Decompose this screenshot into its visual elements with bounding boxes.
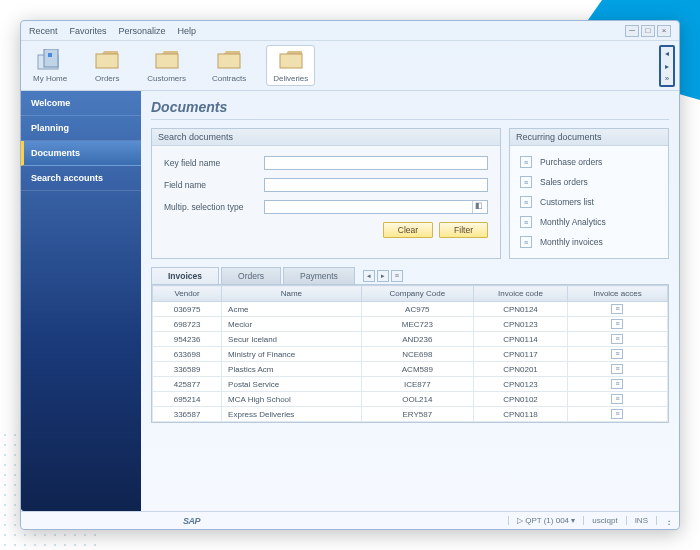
recurring-item[interactable]: ≡Sales orders — [518, 172, 660, 192]
cell-name: MCA High School — [222, 392, 362, 407]
maximize-button[interactable]: □ — [641, 25, 655, 37]
status-session: ▷ QPT (1) 004 ▾ — [508, 516, 575, 525]
table-row[interactable]: 698723MeciorMEC723CPN0123≡ — [153, 317, 668, 332]
recurring-item[interactable]: ≡Customers list — [518, 192, 660, 212]
column-header[interactable]: Company Code — [361, 286, 473, 302]
sidebar-item-search-accounts[interactable]: Search accounts — [21, 166, 141, 191]
toolbar-my-home[interactable]: My Home — [27, 46, 73, 85]
recurring-label: Monthly Analytics — [540, 217, 606, 227]
toolbar-deliveries[interactable]: Deliveries — [266, 45, 315, 86]
status-resize-icon[interactable]: ⢠ — [656, 516, 671, 525]
svg-rect-2 — [48, 53, 52, 57]
cell-name: Postal Service — [222, 377, 362, 392]
list-icon: ≡ — [520, 196, 532, 208]
cell-vendor: 425877 — [153, 377, 222, 392]
minimize-button[interactable]: ─ — [625, 25, 639, 37]
cell-company-code: AND236 — [361, 332, 473, 347]
detail-icon[interactable]: ≡ — [611, 409, 623, 419]
cell-vendor: 698723 — [153, 317, 222, 332]
search-panel-header: Search documents — [152, 129, 500, 146]
cell-invoice-code: CPN0118 — [474, 407, 568, 422]
scroll-left-icon[interactable]: ◂ — [661, 47, 673, 60]
detail-icon[interactable]: ≡ — [611, 304, 623, 314]
table-row[interactable]: 036975AcmeAC975CPN0124≡ — [153, 302, 668, 317]
table-row[interactable]: 336589Plastics AcmACM589CPN0201≡ — [153, 362, 668, 377]
cell-name: Express Deliveries — [222, 407, 362, 422]
sidebar-item-documents[interactable]: Documents — [21, 141, 141, 166]
detail-icon[interactable]: ≡ — [611, 364, 623, 374]
recurring-item[interactable]: ≡Purchase orders — [518, 152, 660, 172]
tab-strip: Invoices Orders Payments ◂ ▸ ≡ — [151, 267, 669, 284]
multip-input[interactable]: ◧ — [264, 200, 488, 214]
cell-access: ≡ — [567, 302, 667, 317]
recurring-item[interactable]: ≡Monthly Analytics — [518, 212, 660, 232]
key-field-input[interactable] — [264, 156, 488, 170]
scroll-more-icon[interactable]: » — [661, 72, 673, 85]
cell-invoice-code: CPN0102 — [474, 392, 568, 407]
toolbar-customers[interactable]: Customers — [141, 46, 192, 85]
recurring-item[interactable]: ≡Monthly invoices — [518, 232, 660, 252]
detail-icon[interactable]: ≡ — [611, 334, 623, 344]
cell-company-code: ACM589 — [361, 362, 473, 377]
cell-invoice-code: CPN0123 — [474, 317, 568, 332]
column-header[interactable]: Vendor — [153, 286, 222, 302]
table-row[interactable]: 954236Secur IcelandAND236CPN0114≡ — [153, 332, 668, 347]
folder-icon — [153, 48, 181, 72]
cell-name: Mecior — [222, 317, 362, 332]
detail-icon[interactable]: ≡ — [611, 394, 623, 404]
tab-payments[interactable]: Payments — [283, 267, 355, 284]
toolbar-orders[interactable]: Orders — [87, 46, 127, 85]
svg-rect-4 — [156, 54, 178, 68]
page-title: Documents — [151, 97, 669, 120]
menu-personalize[interactable]: Personalize — [119, 26, 166, 36]
tab-list-icon[interactable]: ≡ — [391, 270, 403, 282]
menu-favorites[interactable]: Favorites — [70, 26, 107, 36]
cell-company-code: ICE877 — [361, 377, 473, 392]
sidebar-item-planning[interactable]: Planning — [21, 116, 141, 141]
toolbar-label: Orders — [95, 74, 119, 83]
cell-company-code: AC975 — [361, 302, 473, 317]
detail-icon[interactable]: ≡ — [611, 319, 623, 329]
tab-invoices[interactable]: Invoices — [151, 267, 219, 284]
sidebar-item-welcome[interactable]: Welcome — [21, 91, 141, 116]
toolbar-label: Deliveries — [273, 74, 308, 83]
svg-rect-1 — [44, 49, 58, 67]
tab-last-icon[interactable]: ▸ — [377, 270, 389, 282]
svg-rect-5 — [218, 54, 240, 68]
table-row[interactable]: 633698Ministry of FinanceNCE698CPN0117≡ — [153, 347, 668, 362]
list-icon: ≡ — [520, 176, 532, 188]
folder-icon — [215, 48, 243, 72]
scroll-right-icon[interactable]: ▸ — [661, 60, 673, 73]
menu-recent[interactable]: Recent — [29, 26, 58, 36]
detail-icon[interactable]: ≡ — [611, 349, 623, 359]
clear-button[interactable]: Clear — [383, 222, 433, 238]
column-header[interactable]: Invoice code — [474, 286, 568, 302]
filter-button[interactable]: Filter — [439, 222, 488, 238]
tab-first-icon[interactable]: ◂ — [363, 270, 375, 282]
menu-help[interactable]: Help — [178, 26, 197, 36]
recurring-label: Purchase orders — [540, 157, 602, 167]
value-help-icon[interactable]: ◧ — [472, 201, 484, 213]
table-row[interactable]: 336587Express DeliveriesERY587CPN0118≡ — [153, 407, 668, 422]
table-row[interactable]: 695214MCA High SchoolOOL214CPN0102≡ — [153, 392, 668, 407]
toolbar-label: Contracts — [212, 74, 246, 83]
status-user: usciqpt — [583, 516, 617, 525]
tab-orders[interactable]: Orders — [221, 267, 281, 284]
app-window: Recent Favorites Personalize Help ─ □ × … — [20, 20, 680, 530]
cell-company-code: ERY587 — [361, 407, 473, 422]
main-content: Documents Search documents Key field nam… — [141, 91, 679, 511]
column-header[interactable]: Name — [222, 286, 362, 302]
cell-vendor: 336589 — [153, 362, 222, 377]
folder-icon — [93, 48, 121, 72]
list-icon: ≡ — [520, 236, 532, 248]
cell-access: ≡ — [567, 317, 667, 332]
close-button[interactable]: × — [657, 25, 671, 37]
table-row[interactable]: 425877Postal ServiceICE877CPN0123≡ — [153, 377, 668, 392]
column-header[interactable]: Invoice acces — [567, 286, 667, 302]
toolbar-contracts[interactable]: Contracts — [206, 46, 252, 85]
toolbar: My Home Orders Customers Contracts Deliv… — [21, 41, 679, 91]
detail-icon[interactable]: ≡ — [611, 379, 623, 389]
cell-invoice-code: CPN0117 — [474, 347, 568, 362]
field-name-input[interactable] — [264, 178, 488, 192]
toolbar-label: Customers — [147, 74, 186, 83]
